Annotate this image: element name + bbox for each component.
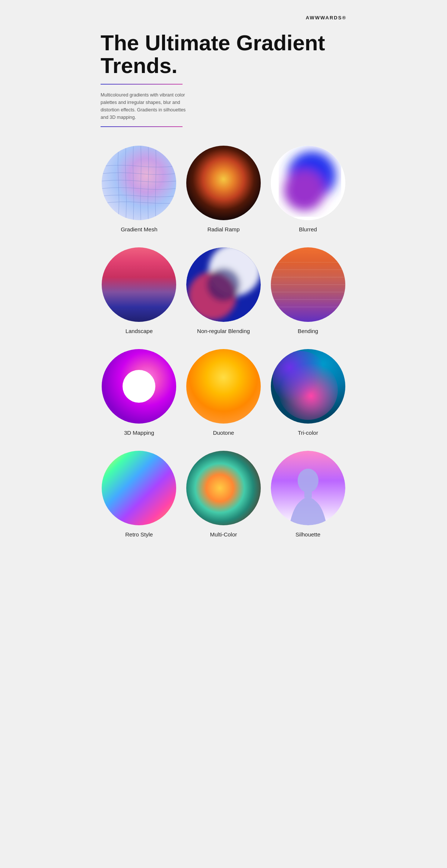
subtitle-divider: [101, 126, 183, 127]
grid-item-retro-style: Retro Style: [101, 451, 178, 538]
multi-color-svg: [186, 451, 261, 525]
duotone-label: Duotone: [213, 430, 234, 436]
landscape-label: Landscape: [126, 328, 153, 334]
retro-style-svg: [102, 451, 176, 525]
radial-ramp-svg: [186, 146, 261, 220]
grid-item-gradient-mesh: Gradient Mesh: [101, 146, 178, 232]
blurred-label: Blurred: [299, 226, 317, 232]
page-title: The Ultimate Gradient Trends.: [101, 32, 346, 77]
multi-color-preview: [186, 451, 261, 525]
tri-color-svg: [271, 349, 345, 424]
3d-mapping-svg: [102, 349, 176, 424]
svg-point-28: [273, 351, 329, 407]
grid-item-radial-ramp: Radial Ramp: [185, 146, 262, 232]
svg-point-35: [298, 469, 318, 492]
logo: AWWWARDS®: [101, 15, 346, 20]
duotone-preview: [186, 349, 261, 424]
3d-mapping-label: 3D Mapping: [124, 430, 154, 436]
grid-item-landscape: Landscape: [101, 247, 178, 334]
gradient-grid: Gradient Mesh: [101, 146, 346, 538]
svg-point-6: [284, 170, 325, 211]
svg-point-2: [186, 146, 261, 220]
3d-mapping-preview: [102, 349, 176, 424]
retro-style-preview: [102, 451, 176, 525]
grid-item-3d-mapping: 3D Mapping: [101, 349, 178, 436]
bending-svg: [271, 247, 345, 322]
gradient-mesh-preview: [102, 146, 176, 220]
title-divider: [101, 84, 183, 85]
svg-point-30: [102, 451, 176, 525]
grid-item-multi-color: Multi-Color: [185, 451, 262, 538]
tri-color-label: Tri-color: [298, 430, 318, 436]
blurred-svg: [271, 146, 345, 220]
svg-point-1: [102, 146, 176, 220]
multi-color-label: Multi-Color: [210, 531, 237, 538]
svg-point-12: [207, 268, 240, 301]
landscape-preview: [102, 247, 176, 322]
grid-item-silhouette: Silhouette: [269, 451, 346, 538]
grid-item-duotone: Duotone: [185, 349, 262, 436]
non-regular-label: Non-regular Blending: [197, 328, 250, 334]
silhouette-svg: [271, 451, 345, 525]
grid-item-bending: Bending: [269, 247, 346, 334]
silhouette-preview: [271, 451, 345, 525]
svg-point-24: [186, 349, 261, 424]
duotone-svg: [186, 349, 261, 424]
radial-ramp-label: Radial Ramp: [207, 226, 240, 232]
svg-point-23: [123, 370, 155, 403]
svg-point-7: [102, 247, 176, 322]
page-wrapper: AWWWARDS® The Ultimate Gradient Trends. …: [78, 0, 369, 868]
svg-rect-36: [304, 491, 312, 498]
blurred-preview: [271, 146, 345, 220]
silhouette-label: Silhouette: [295, 531, 320, 538]
gradient-mesh-svg: [102, 146, 176, 220]
non-regular-preview: [186, 247, 261, 322]
grid-item-non-regular: Non-regular Blending: [185, 247, 262, 334]
gradient-mesh-label: Gradient Mesh: [121, 226, 157, 232]
svg-rect-37: [301, 523, 315, 525]
bending-label: Bending: [298, 328, 318, 334]
svg-point-32: [186, 451, 261, 525]
tri-color-preview: [271, 349, 345, 424]
non-regular-svg: [186, 247, 261, 322]
grid-item-blurred: Blurred: [269, 146, 346, 232]
subtitle-text: Multicoloured gradients with vibrant col…: [101, 91, 190, 121]
bending-preview: [271, 247, 345, 322]
radial-ramp-preview: [186, 146, 261, 220]
grid-item-tri-color: Tri-color: [269, 349, 346, 436]
landscape-svg: [102, 247, 176, 322]
retro-style-label: Retro Style: [125, 531, 153, 538]
